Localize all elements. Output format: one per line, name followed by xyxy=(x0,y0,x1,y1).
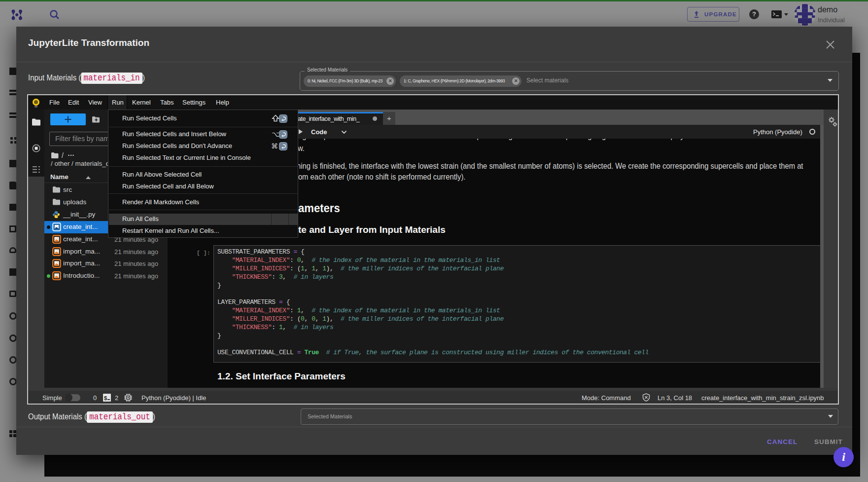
svg-text:$: $ xyxy=(104,395,107,401)
